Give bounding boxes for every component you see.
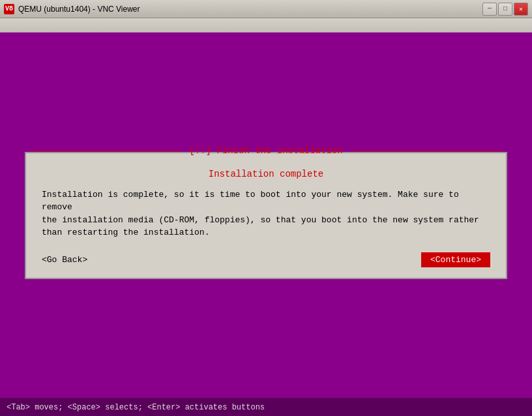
dialog-content: Installation complete Installation is co… [26,156,506,278]
dialog-box: [!!] Finish the installation Installatio… [25,152,507,279]
dialog-body: Installation is complete, so it is time … [42,188,490,239]
continue-button[interactable]: <Continue> [421,252,490,267]
dialog-subtitle: Installation complete [42,169,490,179]
dialog-titlebar: [!!] Finish the installation [26,145,506,156]
statusbar: <Tab> moves; <Space> selects; <Enter> ac… [0,398,532,416]
close-button[interactable]: ✕ [514,3,528,16]
statusbar-text: <Tab> moves; <Space> selects; <Enter> ac… [7,403,265,412]
dialog-buttons: <Go Back> <Continue> [42,252,490,267]
window-controls: ─ □ ✕ [482,3,528,16]
titlebar: V8 QEMU (ubuntu1404) - VNC Viewer ─ □ ✕ [0,0,532,18]
app-icon: V8 [4,4,14,14]
menubar [0,18,532,33]
restore-button[interactable]: □ [498,3,512,16]
minimize-button[interactable]: ─ [482,3,497,16]
go-back-button[interactable]: <Go Back> [42,255,87,265]
title-line-right [351,150,501,151]
main-area: [!!] Finish the installation Installatio… [0,33,532,398]
window-title: QEMU (ubuntu1404) - VNC Viewer [18,5,482,14]
dialog-title: [!!] Finish the installation [186,145,345,156]
title-line-left [31,150,181,151]
